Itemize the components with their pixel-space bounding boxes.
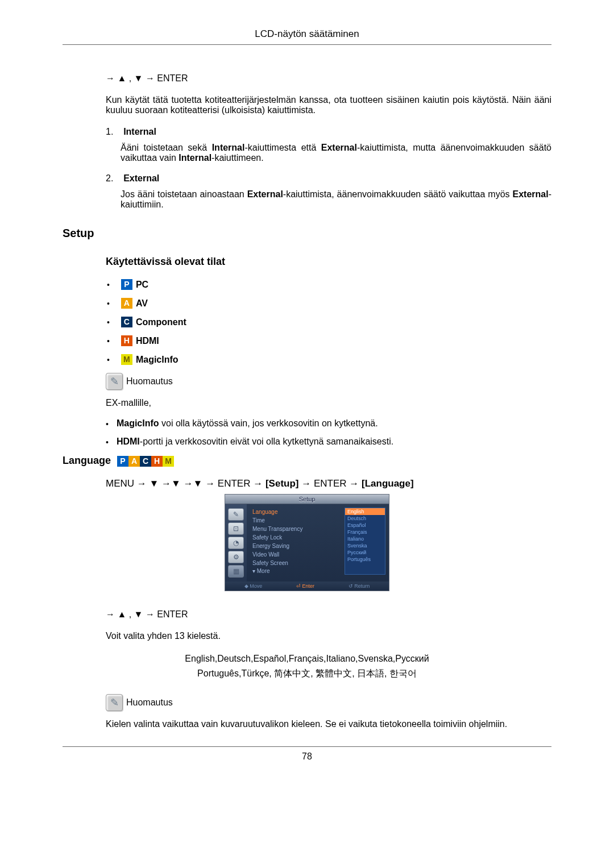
osd-lang-item: Deutsch xyxy=(345,515,385,522)
mode-icon-a: A xyxy=(121,298,132,309)
osd-footer: ◆ Move ⏎ Enter ↺ Return xyxy=(225,582,389,591)
language-names-list: English,Deutsch,Español,Français,Italian… xyxy=(63,651,551,680)
bullet-line: • MagicInfo voi olla käytössä vain, jos … xyxy=(106,418,551,429)
item-2-title: External xyxy=(123,173,159,183)
mode-item: • M MagicInfo xyxy=(107,354,551,365)
mode-icon-h: H xyxy=(121,335,132,346)
section-language-heading: Language P A C H M xyxy=(63,455,551,467)
osd-menu-item: Energy Saving xyxy=(252,542,345,550)
osd-menu-item: Video Wall xyxy=(252,550,345,559)
osd-tab-icon: ⚙ xyxy=(228,551,244,563)
modes-heading: Käytettävissä olevat tilat xyxy=(106,256,551,268)
final-paragraph: Kielen valinta vaikuttaa vain kuvaruutuv… xyxy=(106,719,551,729)
osd-tab-icon: ◔ xyxy=(228,537,244,549)
osd-lang-item: English xyxy=(345,508,385,515)
osd-language-list: English Deutsch Español Français Italian… xyxy=(345,508,385,575)
ex-model-line: EX-mallille, xyxy=(106,398,551,408)
page-header: LCD-näytön säätäminen xyxy=(63,28,551,45)
mode-label: HDMI xyxy=(136,336,159,346)
mode-icon-m: M xyxy=(121,354,132,365)
mode-icon-p: P xyxy=(117,456,128,467)
osd-menu: Language Time Menu Transparency Safety L… xyxy=(247,504,389,582)
osd-lang-item: Italiano xyxy=(345,535,385,542)
osd-lang-item: Português xyxy=(345,556,385,563)
nav-sequence-2: → ▲ , ▼ → ENTER xyxy=(106,609,551,620)
note-label: Huomautus xyxy=(126,697,173,708)
osd-menu-item: Time xyxy=(252,516,345,525)
mode-item: • P PC xyxy=(107,279,551,290)
item-1-title: Internal xyxy=(123,127,156,136)
mode-item: • C Component xyxy=(107,317,551,327)
menu-path: MENU → ▼ →▼ →▼ → ENTER → [Setup] → ENTER… xyxy=(106,478,551,489)
osd-lang-item: Español xyxy=(345,522,385,529)
section-setup-heading: Setup xyxy=(63,227,551,240)
mode-label: AV xyxy=(136,298,148,309)
osd-menu-item: Language xyxy=(252,508,345,516)
note-label: Huomautus xyxy=(126,376,173,387)
item-1-number: 1. xyxy=(106,127,113,136)
osd-lang-item: Français xyxy=(345,529,385,535)
osd-setup-panel: Setup ✎ ⊡ ◔ ⚙ ▦ Language Time Menu Trans… xyxy=(225,494,389,591)
intro-paragraph: Kun käytät tätä tuotetta kotiteatterijär… xyxy=(106,95,551,115)
osd-lang-item: Русский xyxy=(345,549,385,556)
osd-menu-item: Safety Lock xyxy=(252,533,345,542)
choose-text: Voit valita yhden 13 kielestä. xyxy=(106,631,551,641)
item-2-body: Jos ääni toistetaan ainoastaan External-… xyxy=(121,189,551,210)
bullet-line: • HDMI-portti ja verkkosovitin eivät voi… xyxy=(106,437,551,447)
osd-tab-icon: ✎ xyxy=(228,508,244,521)
osd-tabs: ✎ ⊡ ◔ ⚙ ▦ xyxy=(225,504,247,582)
page-number: 78 xyxy=(63,746,551,762)
item-2-number: 2. xyxy=(106,173,113,183)
osd-menu-item: Menu Transparency xyxy=(252,525,345,533)
mode-item: • A AV xyxy=(107,298,551,309)
note-icon: ✎ xyxy=(106,694,123,711)
mode-icon-c: C xyxy=(140,456,151,467)
osd-lang-item: Svenska xyxy=(345,542,385,549)
osd-more: ▾ More xyxy=(252,567,345,575)
item-1-body: Ääni toistetaan sekä Internal-kaiuttimes… xyxy=(121,143,551,163)
note-icon: ✎ xyxy=(106,373,123,390)
mode-icon-m: M xyxy=(163,456,174,467)
osd-tab-icon: ⊡ xyxy=(228,522,244,535)
mode-label: PC xyxy=(136,280,148,290)
osd-titlebar: Setup xyxy=(225,495,389,504)
mode-label: Component xyxy=(136,317,186,327)
osd-menu-item: Safety Screen xyxy=(252,559,345,567)
mode-icon-a: A xyxy=(128,456,140,467)
mode-icon-p: P xyxy=(121,279,132,290)
nav-sequence-1: → ▲ , ▼ → ENTER xyxy=(106,73,551,84)
osd-tab-icon: ▦ xyxy=(228,565,244,578)
mode-label: MagicInfo xyxy=(136,355,179,365)
mode-icon-h: H xyxy=(151,456,163,467)
mode-item: • H HDMI xyxy=(107,335,551,346)
mode-icon-c: C xyxy=(121,317,132,327)
